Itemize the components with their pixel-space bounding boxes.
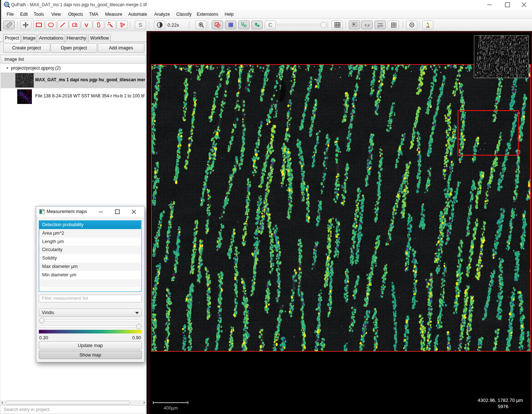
svg-text:µm: µm [377, 23, 383, 28]
svg-text:400µm: 400µm [164, 406, 178, 411]
svg-text:S: S [138, 22, 142, 28]
svg-text:x,y: x,y [364, 23, 370, 27]
svg-text:V: V [85, 22, 88, 28]
svg-text:4302.96, 1782.70 µm: 4302.96, 1782.70 µm [478, 398, 523, 403]
svg-text:C: C [268, 22, 272, 28]
svg-text:5976: 5976 [498, 404, 509, 409]
